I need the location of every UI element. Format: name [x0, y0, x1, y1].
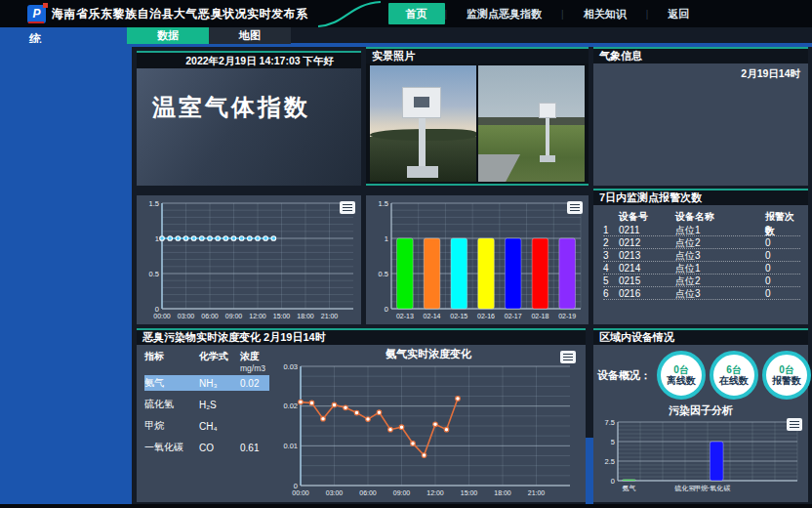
svg-text:氨气: 氨气 [623, 485, 636, 491]
alarm-table-rows: 10211点位1020212点位2030213点位3040214点位105021… [603, 224, 800, 300]
sidebar: 统 [0, 27, 132, 504]
svg-text:06:00: 06:00 [359, 489, 377, 496]
dashboard-screen: P 海南省乐东黎族自治县大气恶臭状况实时发布系 首页|监测点恶臭指数|相关知识|… [0, 0, 812, 508]
svg-text:18:00: 18:00 [297, 313, 314, 319]
odor-table-row[interactable]: 一氧化碳CO0.61 [144, 440, 269, 455]
alarm-cell: 6 [603, 287, 619, 300]
odor-table-row[interactable]: 甲烷CH₄ [144, 418, 269, 434]
alarm-cell: 0212 [619, 236, 675, 249]
svg-text:1: 1 [155, 234, 159, 243]
photo1-device-screen [414, 97, 429, 107]
alarm-cell: 0 [765, 236, 800, 249]
device-overview-label: 设备概况： [597, 368, 654, 383]
alarm-cell: 0 [765, 249, 800, 262]
tab-1[interactable]: 数据 [127, 27, 209, 44]
stat-label: 在线数 [719, 375, 749, 386]
ammonia-chart-title: 氨气实时浓度变化 [271, 345, 586, 360]
chart-menu-icon[interactable] [340, 201, 355, 214]
ammonia-line-chart: 00.010.020.0300:0003:0006:0009:0012:0015… [271, 360, 582, 501]
nav-item-1[interactable]: 首页 [388, 3, 445, 24]
logo-glyph: P [32, 7, 40, 21]
photo1-device-base [407, 166, 438, 178]
svg-text:02-17: 02-17 [505, 313, 522, 319]
alarm-cell: 点位1 [675, 262, 765, 275]
alarm-cell: 0 [765, 287, 800, 300]
svg-text:02-15: 02-15 [450, 313, 467, 319]
odor-formula: H₂S [199, 400, 240, 410]
device-stat-circle: 0台报警数 [762, 351, 811, 400]
svg-text:15:00: 15:00 [273, 313, 291, 319]
greeting-body: 温室气体指数 [137, 68, 361, 186]
chart-menu-icon[interactable] [560, 351, 576, 363]
tab-2[interactable]: 地图 [209, 27, 291, 44]
svg-text:0.01: 0.01 [283, 442, 298, 450]
svg-text:02-16: 02-16 [477, 313, 495, 319]
svg-text:21:00: 21:00 [528, 489, 546, 496]
svg-text:12:00: 12:00 [249, 313, 266, 319]
svg-text:02-14: 02-14 [424, 313, 441, 319]
alarm-table-header: 设备号 设备名称 报警次数 [603, 209, 800, 224]
svg-text:03:00: 03:00 [178, 313, 195, 319]
nav-item-3[interactable]: 相关知识 [564, 3, 646, 24]
devices-panel: 区域内设备情况 设备概况： 0台离线数6台在线数0台报警数 污染因子分析 02.… [593, 328, 808, 502]
alarm-table: 设备号 设备名称 报警次数 10211点位1020212点位2030213点位3… [593, 205, 808, 300]
odor-table-row[interactable]: 氨气NH₃0.02 [144, 375, 269, 391]
pollution-analysis-title: 污染因子分析 [593, 403, 808, 418]
odor-table-header: 指标 化学式 浓度 mg/m3 [144, 350, 269, 371]
svg-text:06:00: 06:00 [201, 313, 219, 319]
greenhouse-line-chart-panel: 00.511.500:0003:0006:0009:0012:0015:0018… [137, 195, 361, 324]
logo-subtext [28, 21, 44, 23]
svg-text:0.5: 0.5 [149, 270, 159, 278]
stat-label: 离线数 [667, 375, 696, 386]
device-overview-row: 设备概况： 0台离线数6台在线数0台报警数 [593, 345, 808, 402]
device-stat-circles: 0台离线数6台在线数0台报警数 [657, 351, 811, 400]
svg-text:1.5: 1.5 [149, 199, 159, 208]
svg-text:7.5: 7.5 [605, 418, 615, 427]
pollution-factor-bar-chart: 02.557.5氨气硫化氢甲烷一氧化碳 [596, 418, 803, 492]
weather-body: 2月19日14时 [593, 64, 808, 186]
odor-name: 一氧化碳 [144, 441, 199, 454]
datetime-text: 2022年2月19日 14:17:03 下午好 [137, 53, 361, 68]
alarm-cell: 3 [603, 249, 619, 262]
svg-text:15:00: 15:00 [461, 489, 478, 496]
device-stat-circle: 0台离线数 [657, 351, 706, 400]
odor-name: 硫化氢 [144, 398, 199, 411]
odor-formula: CH₄ [199, 421, 240, 432]
photo-monitoring-station-2 [478, 65, 585, 182]
device-stat-circle: 6台在线数 [710, 351, 758, 400]
svg-text:一氧化碳: 一氧化碳 [703, 485, 730, 492]
alarm-table-row: 40214点位10 [603, 262, 800, 275]
photo1-device-pole [419, 118, 426, 169]
photo-monitoring-station-1 [370, 65, 476, 182]
logo-red-dot [43, 3, 48, 8]
alarm-cell: 0214 [619, 262, 675, 275]
photo2-fence [478, 117, 585, 125]
alarm-table-row: 50215点位20 [603, 275, 800, 287]
odor-col-concentration: 浓度 mg/m3 [240, 350, 273, 373]
page-title: 温室气体指数 [137, 68, 361, 123]
ammonia-chart-area: 氨气实时浓度变化 00.010.020.0300:0003:0006:0009:… [271, 345, 586, 503]
alarm-cell: 1 [603, 224, 619, 236]
greenhouse-bar-chart: 00.511.502-1302-1402-1502-1602-1702-1802… [366, 195, 589, 324]
alarm-cell: 点位3 [675, 287, 765, 300]
nav-item-4[interactable]: 返回 [648, 3, 709, 24]
nav-item-2[interactable]: 监测点恶臭指数 [447, 3, 561, 24]
bottom-edge [0, 504, 812, 508]
stat-label: 报警数 [772, 375, 801, 386]
odor-table-row[interactable]: 硫化氢H₂S [144, 397, 269, 412]
photo2-device-box [539, 103, 556, 118]
photos-panel: 实景照片 [366, 47, 589, 186]
svg-text:硫化氢: 硫化氢 [674, 485, 696, 492]
page-background-gap [586, 438, 593, 504]
alarm-table-row: 60216点位30 [603, 287, 800, 300]
chart-menu-icon[interactable] [787, 418, 802, 431]
alarm-cell: 0215 [619, 275, 675, 287]
alarm-cell: 0 [765, 262, 800, 275]
svg-text:0.02: 0.02 [283, 402, 298, 410]
stat-count: 0台 [673, 364, 689, 375]
chart-menu-icon[interactable] [567, 201, 583, 214]
weather-panel-title: 气象信息 [593, 49, 808, 64]
odor-table-rows: 氨气NH₃0.02硫化氢H₂S甲烷CH₄一氧化碳CO0.61 [144, 375, 269, 455]
alarm-cell: 0 [765, 275, 800, 287]
alarm-table-panel: 7日内监测点报警次数 设备号 设备名称 报警次数 10211点位1020212点… [593, 189, 808, 324]
